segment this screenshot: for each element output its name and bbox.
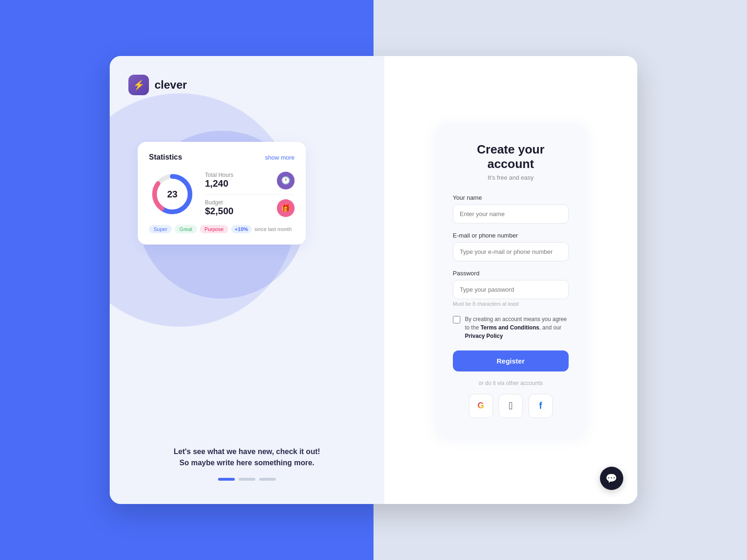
password-input[interactable]	[453, 280, 569, 299]
metric-hours-value: 1,240	[205, 178, 233, 189]
main-card: ⚡ clever Statistics show more	[110, 56, 637, 504]
dot-1[interactable]	[218, 478, 235, 481]
dot-2[interactable]	[239, 478, 255, 481]
form-subtitle: It's free and easy	[453, 174, 569, 181]
google-icon: G	[478, 401, 484, 411]
tag-great[interactable]: Great	[175, 225, 197, 233]
terms-conditions-link[interactable]: Terms and Conditions	[480, 324, 539, 331]
metric-hours-info: Total Hours 1,240	[205, 172, 233, 189]
form-card: Create your account It's free and easy Y…	[436, 124, 585, 437]
apple-icon: 	[509, 400, 513, 412]
logo-area: ⚡ clever	[128, 75, 366, 95]
form-group-name: Your name	[453, 194, 569, 224]
chat-icon: 💬	[606, 473, 617, 484]
stats-card: Statistics show more 23	[138, 142, 306, 245]
bottom-description: Let's see what we have new, check it out…	[172, 446, 322, 469]
metric-budget-info: Budget $2,500	[205, 199, 233, 217]
terms-text: By creating an account means you agree t…	[465, 315, 569, 340]
metric-row-budget: Budget $2,500 🎁	[205, 199, 295, 217]
facebook-icon: f	[539, 400, 542, 411]
metric-budget-icon: 🎁	[277, 199, 295, 217]
password-hint: Must be 8 characters at least	[453, 301, 569, 307]
stats-title: Statistics	[149, 153, 182, 161]
metric-budget-value: $2,500	[205, 206, 233, 217]
privacy-policy-link[interactable]: Privacy Policy	[465, 333, 503, 339]
dots-row	[138, 478, 356, 481]
label-name: Your name	[453, 194, 569, 201]
metric-budget-label: Budget	[205, 199, 233, 206]
growth-badge: +10%	[231, 225, 252, 233]
tags-row: Super Great Purpose +10% since last mont…	[149, 225, 295, 233]
tag-purpose[interactable]: Purpose	[200, 225, 228, 233]
form-group-email: E-mail or phone number	[453, 232, 569, 261]
register-button[interactable]: Register	[453, 350, 569, 371]
stats-metrics: Total Hours 1,240 🕐 Budget $2,500 🎁	[205, 172, 295, 217]
label-password: Password	[453, 270, 569, 277]
email-input[interactable]	[453, 242, 569, 261]
right-panel: Create your account It's free and easy Y…	[384, 56, 637, 504]
form-title: Create your account	[453, 142, 569, 171]
bottom-text: Let's see what we have new, check it out…	[128, 446, 366, 481]
app-name: clever	[155, 78, 187, 91]
chat-fab-button[interactable]: 💬	[600, 467, 623, 490]
show-more-link[interactable]: show more	[265, 154, 295, 161]
donut-center-value: 23	[149, 171, 196, 217]
or-text: or do it via other accounts	[453, 380, 569, 386]
dot-3[interactable]	[259, 478, 276, 481]
metric-hours-icon: 🕐	[277, 172, 295, 189]
logo-icon: ⚡	[128, 75, 149, 95]
metric-row-hours: Total Hours 1,240 🕐	[205, 172, 295, 195]
name-input[interactable]	[453, 204, 569, 224]
stats-header: Statistics show more	[149, 153, 295, 161]
stats-body: 23 Total Hours 1,240 🕐 Budget $2,500	[149, 171, 295, 217]
tag-super[interactable]: Super	[149, 225, 172, 233]
label-email: E-mail or phone number	[453, 232, 569, 239]
social-row: G  f	[453, 394, 569, 418]
facebook-signin-button[interactable]: f	[529, 394, 553, 418]
metric-hours-label: Total Hours	[205, 172, 233, 178]
left-panel: ⚡ clever Statistics show more	[110, 56, 384, 504]
growth-desc: since last month	[254, 226, 291, 232]
terms-row: By creating an account means you agree t…	[453, 315, 569, 340]
terms-checkbox[interactable]	[453, 316, 460, 323]
donut-chart: 23	[149, 171, 196, 217]
form-group-password: Password Must be 8 characters at least	[453, 270, 569, 307]
google-signin-button[interactable]: G	[469, 394, 493, 418]
apple-signin-button[interactable]: 	[499, 394, 523, 418]
